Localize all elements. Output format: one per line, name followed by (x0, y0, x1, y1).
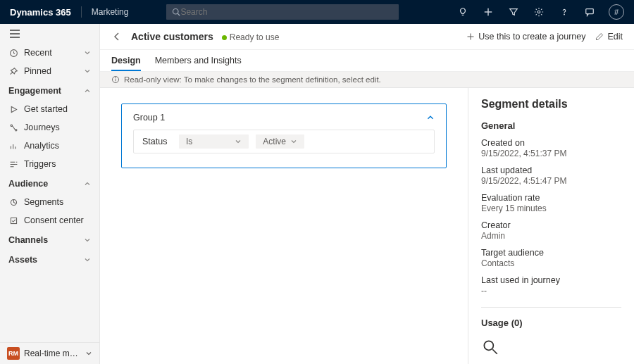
svg-point-5 (537, 11, 540, 13)
app-switcher[interactable]: RM Real-time marketi... (0, 342, 99, 364)
details-title: Segment details (481, 98, 621, 111)
sidebar-label: Triggers (24, 159, 56, 169)
analytics-icon (8, 141, 18, 151)
app-badge: RM (7, 347, 20, 360)
pencil-icon (595, 32, 604, 41)
group-title: Group 1 (133, 113, 165, 123)
sidebar-item-journeys[interactable]: Journeys (0, 118, 99, 137)
sidebar-section-audience[interactable]: Audience (0, 173, 99, 193)
usage-section: Usage (0) This segment has not been used… (481, 307, 621, 364)
sidebar-label: Segments (24, 197, 63, 207)
value-select[interactable]: Active (256, 134, 304, 149)
chevron-down-icon (290, 138, 297, 145)
field-evaluation-rate: Evaluation rate Every 15 minutes (481, 193, 621, 213)
chevron-down-icon (235, 138, 242, 145)
search-icon (172, 8, 180, 16)
group-card[interactable]: Group 1 Status Is Active (121, 103, 447, 168)
infobar-text: Read-only view: To make changes to the s… (124, 75, 381, 84)
journey-icon (8, 123, 18, 132)
filter-icon[interactable] (507, 6, 520, 18)
rule-row: Status Is Active (133, 130, 435, 153)
hamburger-button[interactable] (0, 24, 99, 44)
sidebar-section-channels[interactable]: Channels (0, 230, 99, 249)
usage-heading: Usage (0) (481, 318, 621, 328)
svg-point-26 (116, 77, 116, 78)
svg-rect-21 (11, 218, 16, 223)
edit-button[interactable]: Edit (595, 32, 623, 42)
field-creator: Creator Admin (481, 220, 621, 241)
sidebar-item-segments[interactable]: Segments (0, 193, 99, 211)
brand[interactable]: Dynamics 365 (0, 7, 81, 18)
general-heading: General (481, 120, 621, 131)
search-empty-icon (481, 338, 621, 356)
details-pane: Segment details General Created on 9/15/… (468, 88, 634, 364)
chevron-down-icon (85, 350, 92, 357)
help-icon[interactable] (558, 6, 571, 18)
create-journey-button[interactable]: Use this to create a journey (466, 32, 585, 42)
chevron-down-icon (84, 68, 91, 75)
chevron-down-icon (84, 49, 91, 56)
plus-icon[interactable] (482, 6, 495, 18)
consent-icon (8, 215, 18, 225)
pin-icon (8, 66, 18, 76)
global-search[interactable] (166, 4, 399, 20)
field-last-updated: Last updated 9/15/2022, 4:51:47 PM (481, 165, 621, 186)
field-target-audience: Target audience Contacts (481, 248, 621, 268)
cmd-label: Edit (607, 32, 623, 42)
gear-icon[interactable] (533, 6, 545, 18)
svg-point-0 (173, 9, 179, 15)
play-icon (8, 104, 18, 114)
collapse-group-button[interactable] (426, 113, 435, 122)
sidebar: Recent Pinned Engagement Get started Jou… (0, 24, 100, 364)
readonly-infobar: Read-only view: To make changes to the s… (100, 72, 634, 88)
page-header: Active customers Ready to use Use this t… (100, 24, 634, 50)
page-title: Active customers (131, 31, 213, 42)
tab-members-insights[interactable]: Members and Insights (155, 50, 242, 71)
field-last-used: Last used in journey -- (481, 275, 621, 296)
avatar[interactable]: # (609, 4, 624, 20)
operator-select[interactable]: Is (179, 134, 249, 149)
field-created-on: Created on 9/15/2022, 4:51:37 PM (481, 138, 621, 158)
sidebar-label: Analytics (24, 141, 59, 151)
info-icon (111, 75, 120, 84)
svg-line-28 (492, 349, 497, 354)
top-navbar: Dynamics 365 Marketing # (0, 0, 634, 24)
back-button[interactable] (111, 31, 123, 42)
cmd-label: Use this to create a journey (478, 32, 585, 42)
tabs: Design Members and Insights (100, 50, 634, 72)
design-canvas: Group 1 Status Is Active (100, 88, 468, 364)
svg-rect-7 (586, 9, 594, 14)
svg-point-6 (564, 14, 565, 15)
sidebar-item-pinned[interactable]: Pinned (0, 62, 99, 80)
triggers-icon (8, 159, 18, 169)
sidebar-label: Journeys (24, 123, 60, 132)
rule-attribute: Status (142, 137, 172, 146)
chat-icon[interactable] (583, 6, 596, 18)
lightbulb-icon[interactable] (456, 6, 469, 18)
sidebar-item-analytics[interactable]: Analytics (0, 137, 99, 155)
sidebar-section-assets[interactable]: Assets (0, 249, 99, 269)
sidebar-item-get-started[interactable]: Get started (0, 100, 99, 118)
svg-point-27 (484, 341, 493, 350)
app-name: Real-time marketi... (24, 349, 81, 358)
sidebar-item-consent-center[interactable]: Consent center (0, 211, 99, 230)
main-area: Active customers Ready to use Use this t… (100, 24, 634, 364)
module-name[interactable]: Marketing (82, 7, 139, 17)
sidebar-label: Recent (24, 48, 52, 58)
clock-icon (8, 48, 18, 58)
sidebar-label: Consent center (24, 215, 84, 225)
sidebar-label: Get started (24, 104, 68, 114)
sidebar-label: Pinned (24, 66, 51, 76)
status-indicator: Ready to use (222, 32, 280, 42)
svg-line-1 (178, 13, 180, 15)
chevron-down-icon (84, 237, 91, 244)
search-input[interactable] (180, 7, 393, 17)
plus-icon (466, 32, 475, 41)
chevron-up-icon (84, 87, 91, 94)
chevron-down-icon (84, 256, 91, 263)
sidebar-section-engagement[interactable]: Engagement (0, 80, 99, 100)
sidebar-item-recent[interactable]: Recent (0, 44, 99, 62)
sidebar-item-triggers[interactable]: Triggers (0, 155, 99, 173)
tab-design[interactable]: Design (111, 50, 141, 71)
chevron-up-icon (84, 180, 91, 187)
